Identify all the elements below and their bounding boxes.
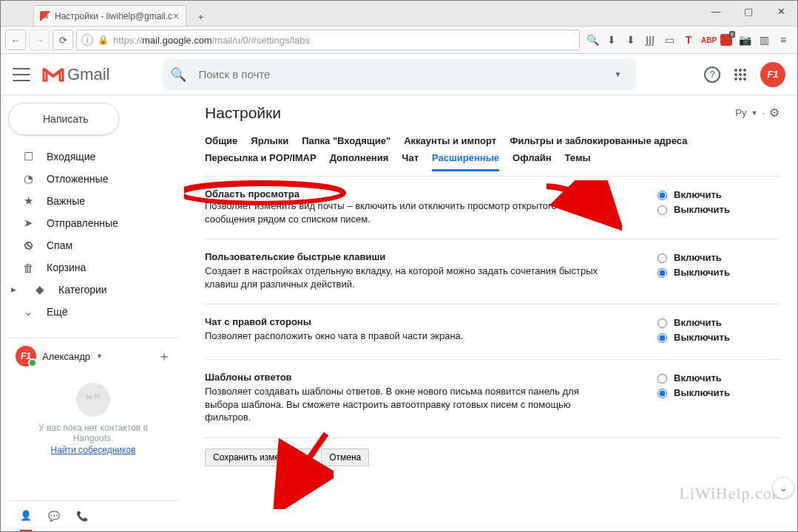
radio-enable[interactable] (657, 374, 667, 383)
sidebar-item-7[interactable]: ⌄Ещё (8, 301, 178, 323)
settings-tab[interactable]: Расширенные (432, 152, 499, 171)
save-button[interactable]: Сохранить изменения (205, 449, 312, 466)
settings-tab[interactable]: Дополнения (330, 152, 389, 171)
download-icon-2[interactable]: ⬇ (624, 34, 638, 46)
sidebar-item-3[interactable]: ➤Отправленные (8, 212, 178, 234)
menu-icon[interactable]: ≡ (777, 34, 790, 46)
nav-reload-button[interactable]: ⟳ (53, 30, 73, 50)
hangouts-contacts-icon[interactable]: 👤 (20, 501, 32, 532)
new-tab-button[interactable]: ＋ (191, 8, 210, 26)
settings-tab[interactable]: Офлайн (513, 152, 552, 171)
settings-tab[interactable]: Чат (402, 152, 419, 171)
tab-close-icon[interactable]: ✕ (172, 11, 180, 21)
window-maximize-icon[interactable]: ▢ (732, 1, 765, 21)
radio-enable[interactable] (657, 318, 667, 328)
sidebar-item-1[interactable]: ◔Отложенные (8, 168, 178, 190)
settings-tab[interactable]: Аккаунты и импорт (404, 135, 496, 146)
search-input[interactable] (197, 67, 606, 81)
gmail-logo-text: Gmail (67, 65, 109, 84)
setting-desc: Позволяет изменить вид почты – включить … (205, 200, 609, 225)
gear-icon[interactable]: ⚙ (769, 106, 780, 120)
lock-icon: 🔒 (98, 35, 109, 45)
settings-tab[interactable]: Пересылка и POP/IMAP (205, 152, 317, 171)
hangouts-calls-icon[interactable]: 📞 (76, 511, 88, 522)
sidebar-ext-icon[interactable]: ▥ (757, 34, 771, 46)
nav-label: Корзина (47, 262, 86, 273)
search-box[interactable]: 🔍 ▼ (163, 59, 636, 90)
sidebar-item-0[interactable]: ☐Входящие (8, 146, 178, 168)
setting-title: Шаблоны ответов (205, 372, 609, 383)
window-close-icon[interactable]: ✕ (765, 1, 797, 21)
option-enable[interactable]: Включить (654, 188, 780, 200)
radio-disable[interactable] (657, 268, 667, 278)
settings-tab[interactable]: Папка "Входящие" (302, 135, 390, 146)
radio-disable[interactable] (657, 205, 667, 215)
compose-button[interactable]: ＋ Написать (8, 103, 119, 135)
settings-tab[interactable]: Фильтры и заблокированные адреса (510, 135, 687, 146)
nav-label: Ещё (47, 306, 68, 318)
search-icon[interactable]: 🔍 (170, 66, 186, 83)
option-disable[interactable]: Выключить (654, 203, 780, 215)
library-icon[interactable]: 𝖩𝖩𝖩 (643, 34, 657, 46)
new-conversation-icon[interactable]: ＋ (158, 347, 171, 365)
setting-row: Шаблоны ответовПозволяет создавать шабло… (205, 360, 780, 438)
radio-disable[interactable] (657, 333, 667, 343)
sidebar-item-6[interactable]: ▶◆Категории (8, 279, 178, 301)
scroll-down-hint-icon[interactable]: ⌄ (772, 477, 794, 499)
user-caret-icon[interactable]: ▼ (96, 352, 103, 360)
nav-forward-button[interactable]: → (29, 30, 50, 50)
sidebar-item-5[interactable]: 🗑Корзина (8, 256, 178, 279)
option-enable[interactable]: Включить (654, 316, 780, 328)
hangouts-user[interactable]: F1 Александр ▼ ＋ (8, 346, 178, 366)
sidebar-item-4[interactable]: 🛇Спам (8, 234, 178, 256)
setting-desc: Создает в настройках отдельную вкладку, … (205, 265, 609, 290)
nav-icon: 🗑 (21, 262, 35, 274)
option-enable[interactable]: Включить (654, 372, 780, 383)
cancel-button[interactable]: Отмена (321, 449, 369, 466)
nav-back-button[interactable]: ← (5, 30, 26, 50)
nav-icon: ★ (21, 194, 35, 208)
settings-tab[interactable]: Общие (205, 135, 237, 146)
option-enable[interactable]: Включить (654, 251, 780, 263)
nav-label: Отложенные (47, 173, 108, 185)
search-options-icon[interactable]: ▼ (607, 70, 629, 78)
sidebar-item-2[interactable]: ★Важные (8, 190, 178, 212)
radio-disable[interactable] (657, 389, 667, 398)
extension-badge-icon[interactable] (720, 34, 732, 46)
reader-icon[interactable]: ▭ (663, 34, 676, 46)
extension-t-icon[interactable]: T (682, 34, 695, 46)
zoom-icon[interactable]: 🔍 (586, 34, 599, 46)
gmail-logo[interactable]: Gmail (42, 65, 109, 84)
nav-icon: ⌄ (21, 305, 35, 318)
option-disable[interactable]: Выключить (654, 386, 780, 398)
language-caret-icon[interactable]: ▼ (751, 109, 757, 117)
window-minimize-icon[interactable]: — (700, 1, 732, 21)
nav-icon: ◆ (33, 283, 47, 296)
user-name: Александр (42, 351, 90, 362)
setting-title: Пользовательские быстрые клавиши (205, 251, 609, 262)
nav-icon: 🛇 (21, 239, 35, 252)
settings-tab[interactable]: Темы (565, 152, 591, 171)
radio-enable[interactable] (657, 191, 667, 200)
browser-tab[interactable]: Настройки - liwihelp@gmail.c ✕ (33, 5, 186, 26)
apps-grid-icon[interactable] (734, 68, 747, 81)
hangouts-chats-icon[interactable]: 💬 (48, 511, 60, 522)
find-contacts-link[interactable]: Найти собеседников (8, 445, 178, 455)
nav-icon: ☐ (21, 150, 35, 163)
camera-icon[interactable]: 📷 (738, 34, 751, 46)
download-icon-1[interactable]: ⬇ (605, 34, 618, 46)
settings-tab[interactable]: Ярлыки (251, 135, 288, 146)
no-contacts-text: У вас пока нет контактов в Hangouts. (8, 417, 178, 445)
site-info-icon[interactable]: i (81, 34, 93, 46)
option-disable[interactable]: Выключить (654, 331, 780, 343)
option-disable[interactable]: Выключить (654, 266, 780, 278)
hangouts-quote-icon: ❝❞ (76, 383, 110, 417)
abp-icon[interactable]: ABP (701, 36, 714, 44)
nav-label: Отправленные (47, 217, 118, 229)
help-icon[interactable]: ? (704, 66, 720, 83)
url-field[interactable]: i 🔒 https://mail.google.com/mail/u/0/#se… (76, 30, 580, 50)
radio-enable[interactable] (657, 253, 667, 263)
language-label[interactable]: Ру (735, 107, 746, 118)
account-avatar[interactable]: F1 (760, 62, 785, 87)
main-menu-button[interactable] (13, 68, 30, 81)
